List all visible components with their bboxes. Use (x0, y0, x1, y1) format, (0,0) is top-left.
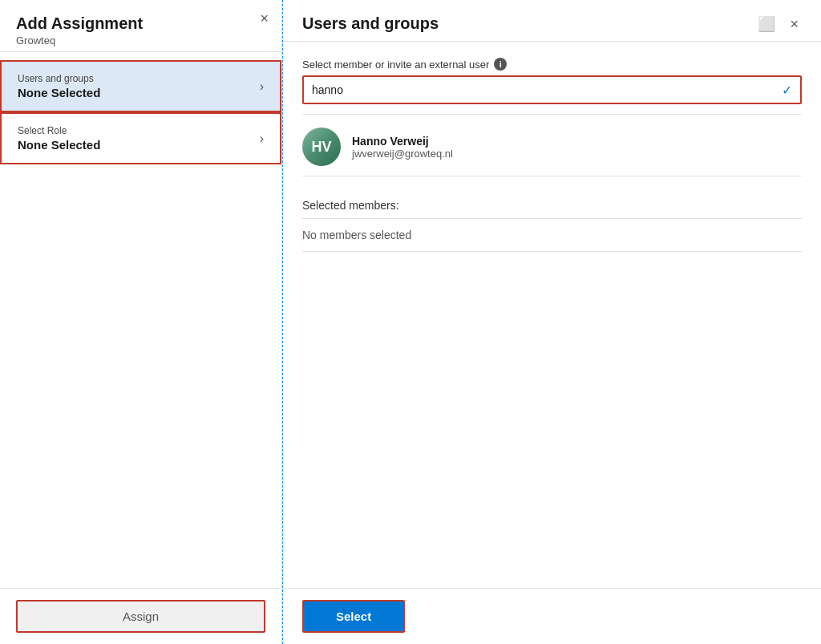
search-input-wrapper: ✓ (302, 75, 802, 104)
right-panel-title: Users and groups (302, 14, 439, 33)
right-header-actions: ⬜ × (754, 15, 802, 33)
nav-item-users-groups[interactable]: Users and groups None Selected › (0, 60, 281, 112)
left-panel-subtitle: Growteq (16, 34, 265, 47)
nav-item-select-role-value: None Selected (18, 138, 100, 152)
user-name: Hanno Verweij (352, 135, 453, 148)
modal-wrapper: Add Assignment Growteq × Users and group… (0, 0, 821, 644)
search-label: Select member or invite an external user… (302, 58, 802, 71)
results-divider (302, 114, 802, 115)
user-result-item[interactable]: HV Hanno Verweij jwverweij@growteq.nl (302, 118, 802, 176)
right-panel: Users and groups ⬜ × Select member or in… (282, 0, 821, 644)
left-close-button[interactable]: × (260, 11, 269, 26)
avatar-initials: HV (311, 139, 331, 156)
search-input[interactable] (304, 77, 800, 103)
nav-item-users-groups-value: None Selected (18, 86, 100, 99)
nav-item-select-role[interactable]: Select Role None Selected › (0, 112, 281, 164)
right-body: Select member or invite an external user… (283, 42, 821, 588)
maximize-button[interactable]: ⬜ (754, 15, 779, 33)
user-email: jwverweij@growteq.nl (352, 148, 453, 160)
right-header: Users and groups ⬜ × (283, 0, 821, 42)
left-panel: Add Assignment Growteq × Users and group… (0, 0, 282, 644)
left-footer: Assign (0, 588, 281, 644)
search-check-icon: ✓ (782, 83, 792, 98)
user-info: Hanno Verweij jwverweij@growteq.nl (352, 135, 453, 160)
info-icon: i (494, 58, 507, 71)
nav-item-select-role-text: Select Role None Selected (18, 125, 100, 152)
nav-items: Users and groups None Selected › Select … (0, 52, 281, 588)
selected-members-section: Selected members: No members selected (302, 199, 802, 252)
nav-item-select-role-label: Select Role (18, 125, 100, 136)
right-close-button[interactable]: × (787, 15, 802, 33)
user-avatar: HV (302, 128, 341, 166)
no-members-text: No members selected (302, 218, 802, 252)
close-icon: × (790, 16, 799, 32)
nav-item-users-groups-arrow: › (260, 79, 264, 94)
nav-item-users-groups-label: Users and groups (18, 73, 100, 84)
nav-item-users-groups-text: Users and groups None Selected (18, 73, 100, 99)
selected-members-label: Selected members: (302, 199, 802, 212)
search-label-text: Select member or invite an external user (302, 59, 489, 71)
right-footer: Select (283, 588, 821, 644)
nav-item-select-role-arrow: › (260, 132, 264, 146)
maximize-icon: ⬜ (758, 16, 775, 32)
left-panel-title: Add Assignment (16, 14, 265, 33)
select-button[interactable]: Select (302, 600, 405, 633)
assign-button[interactable]: Assign (16, 600, 265, 633)
left-header: Add Assignment Growteq (0, 0, 281, 52)
